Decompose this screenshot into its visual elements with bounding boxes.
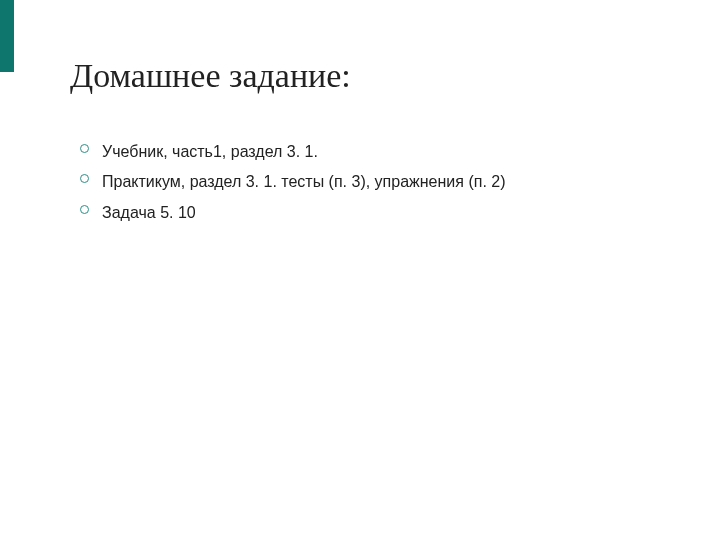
circle-bullet-icon <box>80 144 89 153</box>
list-item-text: Задача 5. 10 <box>102 204 196 221</box>
circle-bullet-icon <box>80 174 89 183</box>
list-item-text: Учебник, часть1, раздел 3. 1. <box>102 143 318 160</box>
slide-title: Домашнее задание: <box>70 56 680 97</box>
slide-body: Домашнее задание: Учебник, часть1, разде… <box>70 56 680 228</box>
bullet-list: Учебник, часть1, раздел 3. 1. Практикум,… <box>70 137 680 228</box>
accent-strip <box>0 0 14 72</box>
list-item: Учебник, часть1, раздел 3. 1. <box>80 137 680 167</box>
list-item: Практикум, раздел 3. 1. тесты (п. 3), уп… <box>80 167 680 197</box>
list-item: Задача 5. 10 <box>80 198 680 228</box>
circle-bullet-icon <box>80 205 89 214</box>
list-item-text: Практикум, раздел 3. 1. тесты (п. 3), уп… <box>102 173 506 190</box>
